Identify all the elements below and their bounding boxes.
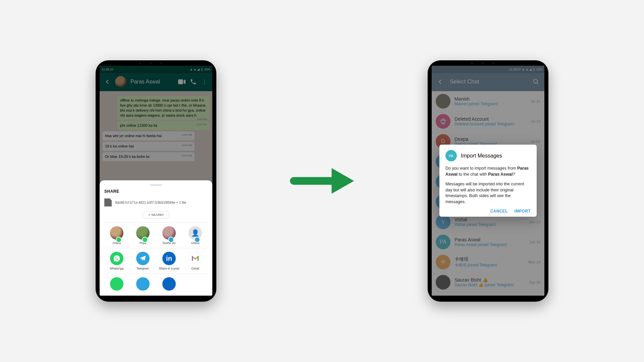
share-apps-row-2 (104, 274, 208, 296)
phone-right: 11:35:07 ▲ ▲ ◢ ❙ 22% Select Chat ManishM… (428, 60, 548, 302)
dialog-body-2: Messages will be imported into the curre… (445, 181, 531, 205)
share-app-whatsapp[interactable]: WhatsApp (104, 252, 129, 270)
share-app-more[interactable] (104, 277, 129, 292)
app-icon (110, 277, 123, 291)
sheet-handle[interactable] (150, 184, 162, 186)
file-icon (104, 198, 112, 206)
whatsapp-icon (110, 252, 123, 265)
import-button[interactable]: IMPORT (515, 209, 531, 214)
share-contact: Anshu (104, 226, 129, 245)
dialog-title: Import Messages (461, 153, 502, 159)
gmail-icon (189, 252, 202, 265)
svg-rect-1 (290, 177, 335, 185)
share-app-linkedin[interactable]: in Share in a post (157, 252, 181, 270)
share-app-more[interactable] (130, 277, 155, 292)
share-apps-row: WhatsApp Telegram in Share in a post (104, 248, 208, 274)
linkedin-icon: in (162, 252, 176, 265)
cancel-button[interactable]: CANCEL (490, 209, 508, 214)
screen-whatsapp: 11:35:10 ▲ ▲ ◢ ❙ 22% Paras Aswal ⋮ (100, 66, 212, 296)
nearby-button[interactable]: ↗ NEARBY (143, 211, 169, 219)
share-contacts-row: Anshu Priya Sushil Jio 👤 Anshu (104, 223, 208, 248)
app-icon (136, 277, 150, 291)
app-icon (162, 277, 176, 291)
share-contact[interactable]: 👤 Anshu (183, 226, 208, 245)
contact-avatar-icon (136, 226, 150, 240)
share-title: SHARE (104, 189, 208, 194)
share-app-gmail[interactable]: Gmail (183, 252, 208, 270)
share-contact[interactable]: Priya (130, 226, 155, 245)
import-dialog: PA Import Messages Do you want to import… (439, 145, 537, 217)
share-app-telegram[interactable]: Telegram (130, 252, 155, 270)
telegram-icon (136, 252, 150, 265)
share-sheet: SHARE 9dd467cf-571e-4821-b3f7-f19b519f58… (100, 180, 212, 296)
file-chip: 9dd467cf-571e-4821-b3f7-f19b519f584e + 1… (104, 198, 208, 206)
share-contact[interactable]: Sushil Jio (157, 226, 181, 245)
phone-left: 11:35:10 ▲ ▲ ◢ ❙ 22% Paras Aswal ⋮ (96, 60, 216, 302)
contact-avatar-icon[interactable] (110, 226, 123, 240)
dialog-body: Do you want to import messages from Para… (445, 166, 531, 177)
contact-avatar-icon (162, 226, 176, 240)
arrow-right-icon (285, 164, 359, 198)
contact-avatar-icon: 👤 (189, 226, 202, 240)
share-app-more[interactable] (157, 277, 181, 292)
screen-telegram: 11:35:07 ▲ ▲ ◢ ❙ 22% Select Chat ManishM… (432, 66, 544, 296)
dialog-avatar: PA (445, 150, 457, 162)
